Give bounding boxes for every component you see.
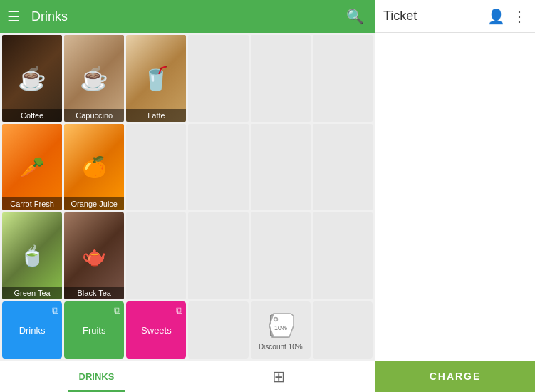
empty-category: [313, 301, 373, 359]
svg-text:10%: 10%: [274, 324, 287, 331]
product-grid: ☕ Coffee ☕ Capuccino 🥤 Latte 🥕 Carrot Fr…: [0, 33, 375, 301]
category-sweets[interactable]: ⧉ Sweets: [126, 301, 186, 359]
product-black-tea[interactable]: 🫖 Black Tea: [64, 212, 124, 299]
product-cappuccino[interactable]: ☕ Capuccino: [64, 35, 124, 122]
category-drinks[interactable]: ⧉ Drinks: [2, 301, 62, 359]
empty-cell: [251, 35, 311, 122]
ticket-title: Ticket: [383, 9, 480, 24]
page-title: Drinks: [31, 9, 346, 24]
empty-cell: [313, 124, 373, 211]
empty-cell: [251, 212, 311, 299]
product-label: Coffee: [2, 109, 62, 122]
copy-icon: ⧉: [176, 305, 182, 316]
product-label: Green Tea: [2, 287, 62, 299]
product-latte[interactable]: 🥤 Latte: [126, 35, 186, 122]
product-label: Latte: [126, 109, 186, 122]
grid-icon[interactable]: ⊞: [272, 368, 285, 386]
empty-cell: [188, 35, 248, 122]
empty-cell: [126, 212, 186, 299]
left-panel: ☕ Coffee ☕ Capuccino 🥤 Latte 🥕 Carrot Fr…: [0, 33, 375, 392]
add-person-icon[interactable]: 👤: [487, 8, 505, 25]
category-fruits[interactable]: ⧉ Fruits: [64, 301, 124, 359]
product-label: Black Tea: [64, 287, 124, 299]
category-label: Fruits: [83, 325, 106, 336]
discount-label: Discount 10%: [259, 343, 303, 351]
category-discount[interactable]: 10% Discount 10%: [251, 301, 311, 359]
product-coffee[interactable]: ☕ Coffee: [2, 35, 62, 122]
empty-cell: [126, 124, 186, 211]
category-row: ⧉ Drinks ⧉ Fruits ⧉ Sweets: [0, 301, 375, 361]
copy-icon: ⧉: [114, 305, 120, 316]
category-label: Drinks: [19, 325, 46, 336]
more-vert-icon[interactable]: ⋮: [512, 8, 526, 25]
ticket-panel: CHARGE: [375, 33, 535, 392]
search-icon[interactable]: 🔍: [346, 8, 364, 25]
empty-cell: [313, 35, 373, 122]
product-label: Capuccino: [64, 109, 124, 122]
empty-category: [188, 301, 248, 359]
product-green-tea[interactable]: 🍵 Green Tea: [2, 212, 62, 299]
product-label: Orange Juice: [64, 197, 124, 210]
product-label: Carrot Fresh: [2, 197, 62, 210]
empty-cell: [188, 212, 248, 299]
hamburger-icon[interactable]: ☰: [7, 8, 20, 25]
category-label: Sweets: [141, 325, 172, 336]
empty-cell: [251, 124, 311, 211]
nav-drinks-label[interactable]: DRINKS: [79, 371, 115, 382]
product-carrot-fresh[interactable]: 🥕 Carrot Fresh: [2, 124, 62, 211]
discount-tag-icon: 10%: [265, 310, 296, 341]
empty-cell: [188, 124, 248, 211]
ticket-body: [375, 33, 535, 361]
bottom-nav: DRINKS ⊞: [0, 361, 375, 392]
charge-button[interactable]: CHARGE: [375, 361, 535, 392]
copy-icon: ⧉: [52, 305, 58, 316]
product-orange-juice[interactable]: 🍊 Orange Juice: [64, 124, 124, 211]
empty-cell: [313, 212, 373, 299]
